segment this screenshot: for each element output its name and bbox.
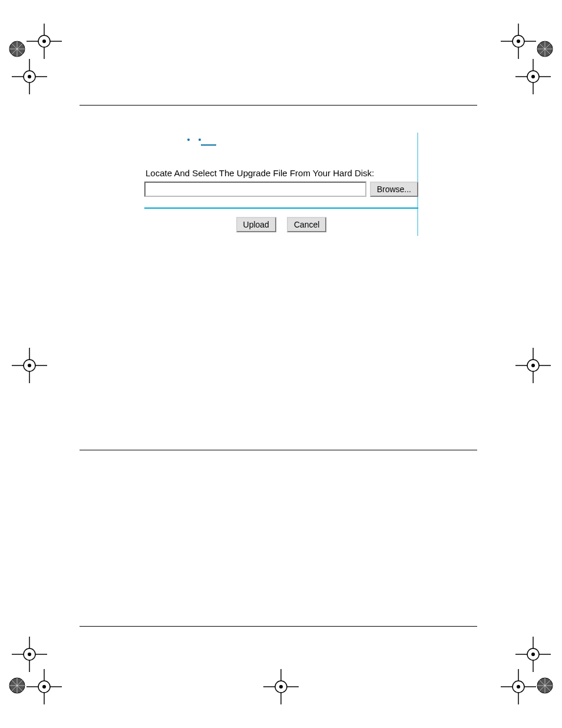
crop-mark-icon bbox=[12, 348, 47, 383]
svg-point-29 bbox=[28, 364, 31, 367]
svg-point-63 bbox=[531, 653, 535, 656]
title-fragment-icon bbox=[201, 144, 216, 146]
upgrade-file-input[interactable] bbox=[144, 182, 366, 197]
title-fragment-icon bbox=[187, 139, 190, 141]
svg-point-24 bbox=[527, 71, 539, 83]
svg-point-0 bbox=[9, 41, 25, 57]
rule-bottom bbox=[80, 626, 477, 627]
crop-mark-icon bbox=[501, 669, 536, 704]
crop-mark-icon bbox=[12, 637, 47, 672]
svg-point-11 bbox=[24, 71, 35, 83]
registration-disc-icon bbox=[8, 40, 26, 58]
svg-point-50 bbox=[279, 685, 283, 689]
crop-mark-icon bbox=[27, 669, 62, 704]
registration-disc-icon bbox=[8, 677, 26, 694]
file-select-row: Browse... bbox=[144, 182, 418, 197]
svg-point-59 bbox=[517, 685, 520, 689]
svg-point-49 bbox=[275, 681, 287, 693]
svg-point-7 bbox=[38, 35, 50, 47]
instruction-text: Locate And Select The Upgrade File From … bbox=[146, 168, 418, 178]
upload-button[interactable]: Upload bbox=[236, 217, 276, 232]
svg-point-13 bbox=[537, 41, 553, 57]
svg-point-51 bbox=[537, 678, 553, 693]
svg-point-58 bbox=[513, 681, 524, 693]
svg-point-34 bbox=[9, 678, 25, 693]
svg-line-54 bbox=[539, 680, 551, 691]
cancel-button[interactable]: Cancel bbox=[287, 217, 327, 232]
svg-point-21 bbox=[517, 39, 520, 43]
crop-mark-icon bbox=[27, 24, 62, 59]
crop-mark-icon bbox=[515, 348, 551, 383]
rule-top bbox=[80, 105, 477, 106]
svg-point-46 bbox=[28, 653, 31, 656]
svg-line-4 bbox=[11, 43, 23, 55]
dialog-title-area bbox=[144, 133, 418, 151]
svg-line-3 bbox=[11, 43, 23, 55]
svg-point-62 bbox=[527, 648, 539, 660]
svg-point-41 bbox=[38, 681, 50, 693]
crop-mark-icon bbox=[515, 59, 551, 94]
svg-point-28 bbox=[24, 360, 35, 371]
svg-line-55 bbox=[539, 680, 551, 691]
dialog-separator bbox=[144, 207, 418, 209]
rule-middle bbox=[80, 450, 477, 450]
registration-disc-icon bbox=[536, 40, 554, 58]
svg-point-45 bbox=[24, 648, 35, 660]
title-fragment-icon bbox=[199, 139, 201, 141]
svg-line-38 bbox=[11, 680, 23, 691]
dialog-actions: Upload Cancel bbox=[144, 217, 418, 232]
svg-point-8 bbox=[42, 39, 46, 43]
svg-point-33 bbox=[531, 364, 535, 367]
crop-mark-icon bbox=[12, 59, 47, 94]
svg-line-16 bbox=[539, 43, 551, 55]
svg-point-32 bbox=[527, 360, 539, 371]
browse-button[interactable]: Browse... bbox=[370, 182, 418, 197]
crop-mark-icon bbox=[263, 669, 299, 704]
crop-mark-icon bbox=[515, 637, 551, 672]
svg-point-20 bbox=[513, 35, 524, 47]
upgrade-dialog: Locate And Select The Upgrade File From … bbox=[144, 133, 418, 232]
svg-point-25 bbox=[531, 75, 535, 78]
svg-line-37 bbox=[11, 680, 23, 691]
svg-point-42 bbox=[42, 685, 46, 689]
crop-mark-icon bbox=[501, 24, 536, 59]
svg-point-12 bbox=[28, 75, 31, 78]
registration-disc-icon bbox=[536, 677, 554, 694]
svg-line-17 bbox=[539, 43, 551, 55]
